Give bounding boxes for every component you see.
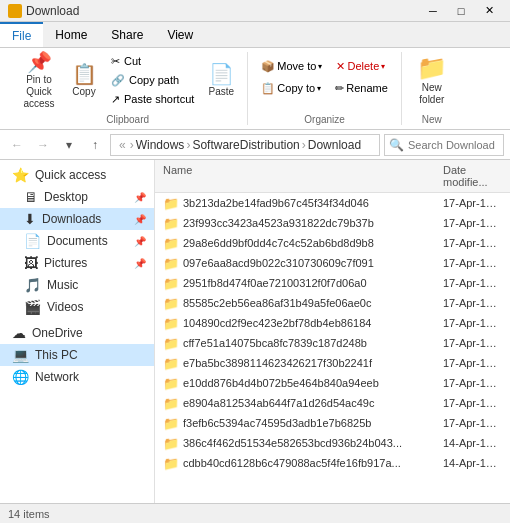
table-row[interactable]: 📁 cff7e51a14075bca8fc7839c187d248b 17-Ap… [155,333,510,353]
copy-to-arrow: ▾ [317,84,321,93]
file-date-cell: 17-Apr-16 01: [435,397,510,409]
sidebar-item-music[interactable]: 🎵 Music [0,274,154,296]
sidebar-item-downloads[interactable]: ⬇ Downloads 📌 [0,208,154,230]
paste-shortcut-label: Paste shortcut [124,93,194,105]
address-path[interactable]: « › Windows › SoftwareDistribution › Dow… [110,134,380,156]
minimize-button[interactable]: ─ [420,1,446,21]
sidebar-item-desktop[interactable]: 🖥 Desktop 📌 [0,186,154,208]
file-name-cell: 📁 e8904a812534ab644f7a1d26d54ac49c [155,396,435,411]
new-folder-label: Newfolder [419,82,444,106]
videos-label: Videos [47,300,83,314]
table-row[interactable]: 📁 f3efb6c5394ac74595d3adb1e7b6825b 17-Ap… [155,413,510,433]
table-row[interactable]: 📁 e8904a812534ab644f7a1d26d54ac49c 17-Ap… [155,393,510,413]
rename-button[interactable]: ✏ Rename [330,78,393,98]
file-name-cell: 📁 cdbb40cd6128b6c479088ac5f4fe16fb917a..… [155,456,435,471]
up-button[interactable]: ↑ [84,134,106,156]
file-name-cell: 📁 85585c2eb56ea86af31b49a5fe06ae0c [155,296,435,311]
copy-to-label: Copy to [277,82,315,94]
file-date-cell: 17-Apr-16 01: [435,277,510,289]
table-row[interactable]: 📁 e10dd876b4d4b072b5e464b840a94eeb 17-Ap… [155,373,510,393]
file-name-cell: 📁 097e6aa8acd9b022c310730609c7f091 [155,256,435,271]
move-to-label: Move to [277,60,316,72]
file-name: e10dd876b4d4b072b5e464b840a94eeb [183,377,379,389]
sidebar: ⭐ Quick access 🖥 Desktop 📌 ⬇ Downloads 📌… [0,160,155,503]
table-row[interactable]: 📁 104890cd2f9ec423e2bf78db4eb86184 17-Ap… [155,313,510,333]
desktop-icon: 🖥 [24,189,38,205]
close-button[interactable]: ✕ [476,1,502,21]
table-row[interactable]: 📁 097e6aa8acd9b022c310730609c7f091 17-Ap… [155,253,510,273]
main-area: ⭐ Quick access 🖥 Desktop 📌 ⬇ Downloads 📌… [0,160,510,503]
sidebar-item-onedrive[interactable]: ☁ OneDrive [0,322,154,344]
path-softwaredistribution[interactable]: SoftwareDistribution [192,138,299,152]
tab-file[interactable]: File [0,22,43,47]
pin-quick-access-button[interactable]: 📌 Pin to Quickaccess [16,52,62,110]
forward-button[interactable]: → [32,134,54,156]
file-date-cell: 17-Apr-16 01: [435,357,510,369]
sidebar-item-network[interactable]: 🌐 Network [0,366,154,388]
file-name-cell: 📁 e10dd876b4d4b072b5e464b840a94eeb [155,376,435,391]
this-pc-icon: 💻 [12,347,29,363]
recent-button[interactable]: ▾ [58,134,80,156]
clipboard-items: 📌 Pin to Quickaccess 📋 Copy ✂ Cut 🔗 [16,52,239,110]
tab-view[interactable]: View [155,22,205,47]
table-row[interactable]: 📁 e7ba5bc3898114623426217f30b2241f 17-Ap… [155,353,510,373]
pictures-label: Pictures [44,256,87,270]
copy-path-button[interactable]: 🔗 Copy path [106,71,199,89]
documents-icon: 📄 [24,233,41,249]
path-download[interactable]: Download [308,138,361,152]
file-name: 29a8e6dd9bf0dd4c7c4c52ab6bd8d9b8 [183,237,374,249]
file-name-cell: 📁 2951fb8d474f0ae72100312f0f7d06a0 [155,276,435,291]
table-row[interactable]: 📁 85585c2eb56ea86af31b49a5fe06ae0c 17-Ap… [155,293,510,313]
sidebar-item-quick-access[interactable]: ⭐ Quick access [0,164,154,186]
path-windows[interactable]: Windows [136,138,185,152]
file-date-cell: 17-Apr-16 01: [435,197,510,209]
table-row[interactable]: 📁 386c4f462d51534e582653bcd936b24b043...… [155,433,510,453]
file-name: e7ba5bc3898114623426217f30b2241f [183,357,372,369]
file-name-cell: 📁 e7ba5bc3898114623426217f30b2241f [155,356,435,371]
column-header-name[interactable]: Name [155,162,435,190]
videos-icon: 🎬 [24,299,41,315]
table-row[interactable]: 📁 23f993cc3423a4523a931822dc79b37b 17-Ap… [155,213,510,233]
clipboard-right-col: ✂ Cut 🔗 Copy path ↗ Paste shortcut [106,52,199,108]
documents-pin-icon: 📌 [134,236,146,247]
table-row[interactable]: 📁 29a8e6dd9bf0dd4c7c4c52ab6bd8d9b8 17-Ap… [155,233,510,253]
table-row[interactable]: 📁 cdbb40cd6128b6c479088ac5f4fe16fb917a..… [155,453,510,473]
cut-button[interactable]: ✂ Cut [106,52,199,70]
clipboard-group-label: Clipboard [106,110,149,125]
pin-label: Pin to Quickaccess [21,74,57,110]
new-folder-button[interactable]: 📁 Newfolder [410,52,454,110]
paste-shortcut-button[interactable]: ↗ Paste shortcut [106,90,199,108]
desktop-label: Desktop [44,190,88,204]
network-icon: 🌐 [12,369,29,385]
documents-label: Documents [47,234,108,248]
file-list-header: Name Date modifie... [155,160,510,193]
sidebar-item-videos[interactable]: 🎬 Videos [0,296,154,318]
back-button[interactable]: ← [6,134,28,156]
onedrive-label: OneDrive [32,326,83,340]
move-to-button[interactable]: 📦 Move to ▾ [256,56,327,76]
copy-button[interactable]: 📋 Copy [66,52,102,110]
copy-to-button[interactable]: 📋 Copy to ▾ [256,78,326,98]
table-row[interactable]: 📁 3b213da2be14fad9b67c45f34f34d046 17-Ap… [155,193,510,213]
maximize-button[interactable]: □ [448,1,474,21]
sidebar-item-pictures[interactable]: 🖼 Pictures 📌 [0,252,154,274]
sidebar-item-documents[interactable]: 📄 Documents 📌 [0,230,154,252]
path-sep-2: › [186,138,190,152]
folder-icon: 📁 [163,356,179,371]
paste-button[interactable]: 📄 Paste [203,52,239,110]
delete-button[interactable]: ✕ Delete ▾ [331,56,390,76]
search-input[interactable] [408,139,498,151]
folder-icon: 📁 [163,216,179,231]
pictures-icon: 🖼 [24,255,38,271]
tab-share[interactable]: Share [99,22,155,47]
tab-home[interactable]: Home [43,22,99,47]
paste-shortcut-icon: ↗ [111,93,120,106]
column-header-date[interactable]: Date modifie... [435,162,510,190]
search-box[interactable]: 🔍 [384,134,504,156]
copy-label: Copy [72,86,95,98]
folder-icon: 📁 [163,416,179,431]
sidebar-item-this-pc[interactable]: 💻 This PC [0,344,154,366]
table-row[interactable]: 📁 2951fb8d474f0ae72100312f0f7d06a0 17-Ap… [155,273,510,293]
file-name-cell: 📁 104890cd2f9ec423e2bf78db4eb86184 [155,316,435,331]
new-group-label: New [422,110,442,125]
